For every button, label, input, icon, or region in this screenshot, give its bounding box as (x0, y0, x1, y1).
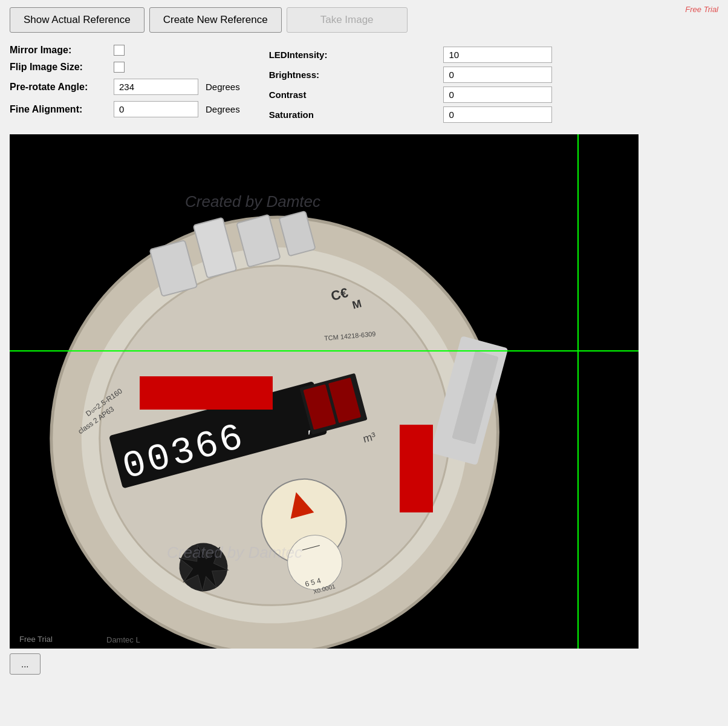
take-image-button[interactable]: Take Image (287, 7, 408, 33)
contrast-row: Contrast (264, 85, 718, 105)
brightness-input-cell (441, 65, 718, 85)
svg-text:Damtec L: Damtec L (106, 635, 140, 644)
flip-image-checkbox[interactable] (114, 62, 125, 73)
prerotate-degrees-label: Degrees (206, 82, 240, 92)
fine-alignment-row: Fine Alignment: Degrees (10, 101, 240, 117)
fine-alignment-input[interactable] (114, 101, 198, 117)
image-container: D₀=2.5-R160 class 2 AP63 DH C€ M TCM 142… (10, 134, 639, 649)
mirror-image-label: Mirror Image: (10, 45, 106, 56)
contrast-input-cell (441, 85, 718, 105)
svg-text:Created by Damtec: Created by Damtec (167, 543, 302, 561)
saturation-row: Saturation (264, 105, 718, 125)
prerotate-row: Pre-rotate Angle: Degrees (10, 79, 240, 95)
create-new-reference-button[interactable]: Create New Reference (149, 7, 282, 33)
top-bar: Free Trial Show Actual Reference Create … (0, 0, 728, 40)
bottom-panel: ... (0, 649, 728, 679)
show-actual-reference-button[interactable]: Show Actual Reference (10, 7, 145, 33)
mirror-image-row: Mirror Image: (10, 45, 240, 56)
contrast-label: Contrast (264, 85, 441, 105)
fine-alignment-degrees-label: Degrees (206, 104, 240, 114)
free-trial-bottom-label: Free Trial (19, 635, 53, 644)
flip-image-label: Flip Image Size: (10, 62, 106, 73)
free-trial-top-label: Free Trial (685, 5, 718, 14)
saturation-input-cell (441, 105, 718, 125)
prerotate-input[interactable] (114, 79, 198, 95)
flip-image-row: Flip Image Size: (10, 62, 240, 73)
mirror-image-checkbox[interactable] (114, 45, 125, 56)
left-controls: Mirror Image: Flip Image Size: Pre-rotat… (10, 45, 240, 125)
led-intensity-input-cell (441, 45, 718, 65)
right-controls-table: LEDIntensity: Brightness: Contrast Satur… (264, 45, 718, 125)
contrast-input[interactable] (443, 87, 552, 103)
led-intensity-row: LEDIntensity: (264, 45, 718, 65)
prerotate-label: Pre-rotate Angle: (10, 82, 106, 93)
controls-section: Mirror Image: Flip Image Size: Pre-rotat… (0, 40, 728, 134)
saturation-label: Saturation (264, 105, 441, 125)
right-controls: LEDIntensity: Brightness: Contrast Satur… (264, 45, 718, 125)
svg-rect-37 (400, 425, 433, 512)
brightness-input[interactable] (443, 67, 552, 83)
svg-text:Created by Damtec: Created by Damtec (185, 192, 320, 211)
fine-alignment-label: Fine Alignment: (10, 104, 106, 115)
bottom-button[interactable]: ... (10, 653, 41, 675)
brightness-row: Brightness: (264, 65, 718, 85)
meter-svg: D₀=2.5-R160 class 2 AP63 DH C€ M TCM 142… (10, 134, 639, 649)
brightness-label: Brightness: (264, 65, 441, 85)
saturation-input[interactable] (443, 106, 552, 123)
led-intensity-input[interactable] (443, 47, 552, 63)
svg-rect-36 (140, 376, 273, 410)
led-intensity-label: LEDIntensity: (264, 45, 441, 65)
